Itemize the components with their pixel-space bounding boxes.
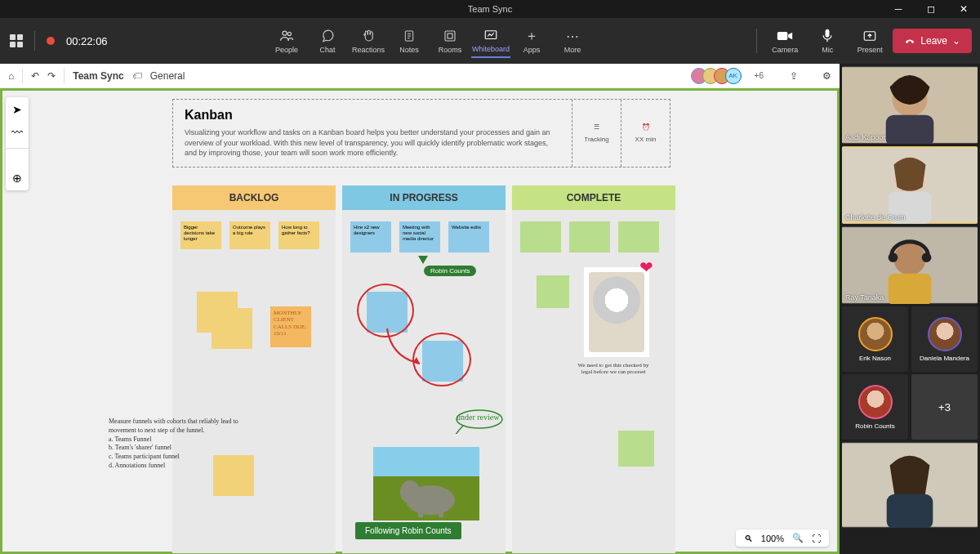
rooms-button[interactable]: Rooms [430,24,470,58]
image-dog[interactable] [584,267,649,357]
view-grid-icon[interactable] [10,34,23,47]
sticky-note[interactable] [537,275,569,308]
svg-rect-6 [445,31,455,41]
close-button[interactable]: ✕ [947,0,980,18]
zoom-in-button[interactable]: 🔍 [792,533,804,543]
sticky-note[interactable]: Bigger decisions take longer [180,221,221,249]
video-tile[interactable] [842,442,978,528]
svg-point-0 [283,31,287,35]
avatar-overflow[interactable]: +6 [755,71,764,80]
annotation-arrow [383,324,432,373]
sticky-note[interactable] [618,431,654,467]
svg-rect-10 [826,29,830,38]
heart-icon: ❤ [639,257,653,277]
sticky-note[interactable] [618,221,659,252]
kanban-title: Kanban [185,108,560,123]
svg-rect-14 [418,504,423,517]
more-button[interactable]: ⋯More [553,24,592,58]
sticky-note[interactable]: Meeting with new social media director [399,221,440,252]
avatar [858,317,893,351]
overflow-participants[interactable]: +3 [911,374,978,440]
video-tile[interactable]: Aadi Kapoor [842,66,978,144]
svg-point-26 [922,252,932,262]
svg-point-1 [287,32,291,35]
participant-avatars[interactable]: AK [696,68,742,84]
meeting-toolbar: 00:22:06 People Chat Reactions Notes Roo… [0,18,980,64]
maximize-button[interactable]: ◻ [915,0,947,18]
handwritten-note: Measure funnels with cohorts that reliab… [109,418,247,471]
settings-icon[interactable]: ⚙ [822,70,831,82]
sticky-note[interactable] [569,221,610,252]
tracking-cell: ☰ Tracking [572,100,621,167]
svg-rect-30 [887,494,933,528]
participant-name: Robin Counts [855,422,894,430]
speech-bubble-icon [447,409,504,434]
participant-name: Aadi Kapoor [845,133,886,141]
apps-button[interactable]: ＋Apps [512,24,551,58]
video-tile[interactable]: Charlotte de Crum [842,146,978,224]
add-tool[interactable]: ⊕ [10,171,24,185]
column-inprogress: IN PROGRESS Hire x2 new designers Meetin… [342,185,506,553]
image-elephant[interactable] [373,447,479,520]
share-icon[interactable]: ⇪ [790,70,798,82]
reactions-icon [360,28,376,44]
participant-name: Ray Tanaka [845,293,884,302]
tracking-icon: ☰ [594,123,599,131]
sticky-note[interactable]: Website edits [448,221,489,252]
video-tile-small[interactable]: Daniela Mandera [911,306,978,372]
tag-icon: 🏷 [132,70,142,82]
cursor-user-badge: Robin Counts [424,266,476,276]
whiteboard-button[interactable]: Whiteboard [471,24,510,58]
sticky-note[interactable] [212,308,252,349]
camera-button[interactable]: Camera [765,25,804,57]
sticky-note[interactable]: How long to gather facts? [278,221,319,249]
sticky-note[interactable]: Outcome plays a big role [229,221,270,249]
fit-screen-button[interactable]: ⛶ [812,534,821,543]
sticky-note[interactable]: Hire x2 new designers [350,221,391,252]
meeting-timer: 00:22:06 [66,35,108,47]
board-title: Team Sync [73,70,123,82]
window-title: Team Sync [468,4,512,14]
zoom-level: 100% [761,534,784,543]
whiteboard-canvas[interactable]: ➤ 〰 ⊕ Kanban Visualizing your workflow a… [0,88,840,554]
notes-button[interactable]: Notes [390,24,429,58]
camera-icon [777,28,793,44]
minimize-button[interactable]: ─ [882,0,915,18]
sticky-note[interactable] [520,221,561,252]
home-icon[interactable]: ⌂ [8,70,14,82]
chat-icon [319,28,336,44]
recording-indicator-icon [47,37,55,45]
following-user-bar[interactable]: Following Robin Counts [355,522,461,539]
titlebar: Team Sync ─ ◻ ✕ [0,0,980,18]
column-header: COMPLETE [512,185,675,210]
avatar: AK [725,68,742,84]
cursor-icon [418,256,428,264]
pen-tool[interactable]: 〰 [10,125,24,140]
svg-rect-7 [448,34,452,38]
participant-name: Daniela Mandera [920,355,969,362]
mic-button[interactable]: Mic [808,25,847,57]
svg-rect-27 [889,274,932,304]
svg-rect-15 [439,504,443,517]
reactions-button[interactable]: Reactions [349,24,388,58]
leave-button[interactable]: Leave ⌄ [893,29,972,53]
svg-point-25 [889,252,898,262]
redo-button[interactable]: ↷ [47,70,56,82]
svg-point-13 [400,480,420,503]
present-button[interactable]: Present [850,25,889,57]
video-tile-small[interactable]: Erik Nason [842,306,908,372]
zoom-out-button[interactable]: 🔍︎ [744,534,753,543]
people-button[interactable]: People [267,24,306,58]
notes-icon [401,28,417,44]
participant-name: Charlotte de Crum [845,213,906,221]
rooms-icon [442,28,458,44]
undo-button[interactable]: ↶ [31,70,39,82]
svg-point-24 [893,243,925,275]
select-tool[interactable]: ➤ [10,102,24,117]
video-tile-small[interactable]: Robin Counts [842,374,908,440]
sticky-note[interactable]: MONTHLY CLIENT CALLS DUE: 10/11 [270,306,311,347]
video-tile[interactable]: Ray Tanaka [842,226,978,304]
chat-button[interactable]: Chat [308,24,347,58]
window-controls: ─ ◻ ✕ [882,0,980,18]
kanban-description: Visualizing your workflow and tasks on a… [185,127,560,159]
